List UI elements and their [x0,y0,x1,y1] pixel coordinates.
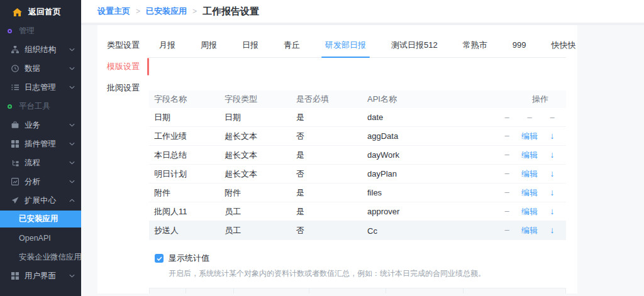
table-row: 日期日期是date––– [149,108,566,127]
stat-description: 开启后，系统统计某个对象内的资料计数或者数值汇总，例如：统计本日完成的合同业绩总… [155,268,566,279]
ui-icon [11,272,19,280]
action-dash: – [496,187,518,199]
cell-api-name: dayWork [362,150,472,160]
move-down-icon[interactable]: ↓ [541,187,564,199]
sidebar-item-openapi[interactable]: OpenAPI [0,229,81,248]
stat-table-cell [186,288,234,293]
settings-menu-item[interactable]: 批阅设置 [97,77,149,99]
edit-button[interactable]: 编辑 [518,168,541,180]
move-down-icon[interactable]: ↓ [541,168,564,180]
cell-required: 是 [291,187,362,199]
cell-field-name: 日期 [149,112,219,123]
edit-button[interactable]: 编辑 [518,131,541,142]
sidebar: 返回首页 管理组织结构数据日志管理平台工具业务插件管理流程分析扩展中心已安装应用… [0,0,81,296]
table-row: 本日总结超长文本是dayWork–编辑↓ [149,146,566,165]
row-actions: –编辑↓ [472,150,566,161]
sidebar-menu: 管理组织结构数据日志管理平台工具业务插件管理流程分析扩展中心已安装应用OpenA… [0,21,81,285]
edit-button[interactable]: 编辑 [518,225,541,236]
tab-研发部日报[interactable]: 研发部日报 [313,33,379,57]
sidebar-home-label: 返回首页 [28,6,61,18]
sidebar-item-zuzhi-jiegou[interactable]: 组织结构 [0,40,81,59]
cell-required: 否 [291,168,362,180]
tab-日报[interactable]: 日报 [230,33,271,57]
show-stat-checkbox[interactable] [155,254,164,263]
stat-table-cell [309,288,386,293]
rocket-icon [11,197,19,204]
flow-icon [11,159,19,167]
app-root: 返回首页 管理组织结构数据日志管理平台工具业务插件管理流程分析扩展中心已安装应用… [0,0,644,296]
table-row: 抄送人员工否Cc–编辑↓ [149,221,566,240]
sidebar-item-yi-anzhuang-yingyong[interactable]: 已安装应用 [0,211,81,227]
sidebar-item-chajian-guanli[interactable]: 插件管理 [0,134,81,153]
move-down-icon[interactable]: ↓ [541,225,564,236]
move-down-icon[interactable]: ↓ [541,131,564,142]
tab-测试日报512[interactable]: 测试日报512 [379,33,450,57]
tab-周报[interactable]: 周报 [188,33,230,57]
move-down-icon[interactable]: ↓ [541,150,564,161]
cell-field-type: 日期 [219,112,291,123]
cell-api-name: dayPlan [362,169,472,178]
main-area: 设置主页>已安装应用>工作报告设置 类型设置模版设置批阅设置 月报周报日报青丘研… [81,0,644,296]
sidebar-item-rizhi-guanli[interactable]: 日志管理 [0,78,81,97]
stat-table-cell [150,288,186,293]
clock-icon [11,65,19,72]
org-icon [11,46,19,53]
sidebar-item-guanli: 管理 [0,21,81,40]
breadcrumb-bar: 设置主页>已安装应用>工作报告设置 [81,0,644,25]
sidebar-item-label: 业务 [25,120,40,131]
cell-field-type: 附件 [219,187,291,199]
cell-required: 否 [291,225,362,236]
breadcrumb-link[interactable]: 设置主页 [97,6,130,17]
tab-青丘[interactable]: 青丘 [271,33,313,57]
table-row: 附件附件是files–编辑↓ [149,184,566,202]
breadcrumb-link[interactable]: 已安装应用 [146,6,187,17]
row-actions: –编辑↓ [472,187,566,199]
edit-button[interactable]: 编辑 [518,150,541,161]
settings-menu-item[interactable]: 类型设置 [97,35,149,56]
action-dash: – [496,206,518,217]
sidebar-item-liucheng[interactable]: 流程 [0,153,81,172]
content-area: 类型设置模版设置批阅设置 月报周报日报青丘研发部日报测试日报512常熟市999快… [81,25,644,296]
sidebar-home-button[interactable]: 返回首页 [0,0,81,21]
tab-常熟市[interactable]: 常熟市 [450,33,500,57]
column-header: 操作 [472,94,566,105]
cell-api-name: Cc [362,226,472,236]
cell-field-name: 附件 [149,187,219,199]
sidebar-item-yewu[interactable]: 业务 [0,116,81,134]
cell-field-name: 批阅人11 [149,206,219,217]
settings-menu: 类型设置模版设置批阅设置 [97,25,149,293]
section-dot-icon [8,29,12,33]
action-dash: – [496,150,518,161]
cell-field-type: 员工 [219,206,291,217]
cell-api-name: aggData [362,131,472,141]
move-down-icon[interactable]: ↓ [541,206,564,217]
stat-table-cell [386,288,464,293]
action-dash: – [541,112,564,122]
settings-body: 月报周报日报青丘研发部日报测试日报512常熟市999快快快研发部月报研发部周报 … [149,25,577,293]
sidebar-item-label: 日志管理 [25,82,56,93]
chevron-down-icon [69,143,75,146]
sidebar-item-label: 管理 [19,26,35,36]
edit-button[interactable]: 编辑 [518,187,541,199]
sidebar-item-kuozhan-zhongxin[interactable]: 扩展中心 [0,191,81,210]
sidebar-item-yonghu-jiemian[interactable]: 用户界面 [0,266,81,285]
cell-required: 是 [291,112,362,123]
stat-table-cell [234,288,309,293]
report-type-tabs: 月报周报日报青丘研发部日报测试日报512常熟市999快快快研发部月报研发部周报 [149,25,566,58]
settings-menu-item[interactable]: 模版设置 [97,56,149,77]
sidebar-item-shuju[interactable]: 数据 [0,59,81,78]
cell-api-name: date [362,112,472,122]
tab-999[interactable]: 999 [500,33,539,57]
sidebar-item-pingtai-gongju: 平台工具 [0,97,81,116]
sidebar-item-label: 用户界面 [25,271,56,282]
sidebar-item-anzhuang-qiye-weixin-yingyong[interactable]: 安装企业微信应用 [0,248,81,266]
briefcase-icon [11,121,19,129]
tab-快快快[interactable]: 快快快 [538,33,577,57]
sidebar-item-label: 组织结构 [25,45,56,55]
cell-field-type: 超长文本 [219,150,291,161]
breadcrumb-separator-icon: > [192,7,197,16]
tab-月报[interactable]: 月报 [149,33,188,57]
breadcrumb-current: 工作报告设置 [203,6,259,18]
sidebar-item-fenxi[interactable]: 分析 [0,172,81,191]
edit-button[interactable]: 编辑 [518,206,541,217]
